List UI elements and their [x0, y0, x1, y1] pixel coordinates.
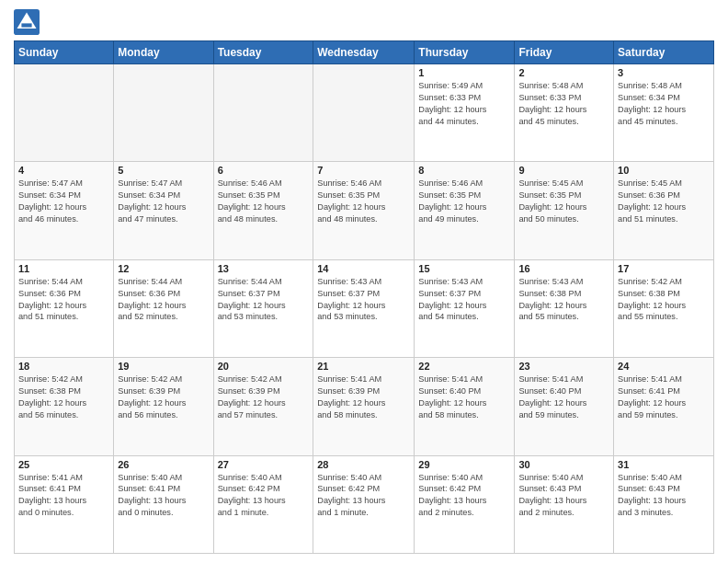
day-number: 17: [618, 263, 710, 274]
weekday-header-wednesday: Wednesday: [313, 41, 415, 64]
day-info: Sunrise: 5:48 AM Sunset: 6:34 PM Dayligh…: [618, 80, 710, 128]
day-number: 25: [18, 459, 109, 470]
day-info: Sunrise: 5:42 AM Sunset: 6:38 PM Dayligh…: [18, 373, 109, 421]
day-number: 9: [518, 165, 609, 176]
day-info: Sunrise: 5:45 AM Sunset: 6:35 PM Dayligh…: [518, 178, 609, 225]
day-number: 18: [18, 361, 109, 372]
calendar-cell: [114, 64, 213, 162]
day-info: Sunrise: 5:42 AM Sunset: 6:39 PM Dayligh…: [118, 373, 209, 421]
weekday-header-tuesday: Tuesday: [213, 41, 313, 64]
calendar-cell: [213, 64, 313, 162]
calendar-cell: 3Sunrise: 5:48 AM Sunset: 6:34 PM Daylig…: [614, 64, 714, 162]
calendar-cell: 4Sunrise: 5:47 AM Sunset: 6:34 PM Daylig…: [15, 162, 114, 259]
day-number: 28: [317, 459, 410, 470]
calendar-cell: 23Sunrise: 5:41 AM Sunset: 6:40 PM Dayli…: [515, 358, 614, 455]
calendar-cell: 21Sunrise: 5:41 AM Sunset: 6:39 PM Dayli…: [313, 358, 415, 455]
calendar-cell: 25Sunrise: 5:41 AM Sunset: 6:41 PM Dayli…: [15, 455, 114, 553]
svg-rect-2: [21, 23, 31, 27]
calendar-cell: 27Sunrise: 5:40 AM Sunset: 6:42 PM Dayli…: [213, 455, 313, 553]
calendar-cell: 2Sunrise: 5:48 AM Sunset: 6:33 PM Daylig…: [515, 64, 614, 162]
calendar-cell: 29Sunrise: 5:40 AM Sunset: 6:42 PM Dayli…: [415, 455, 515, 553]
day-number: 16: [518, 263, 609, 274]
day-number: 24: [618, 361, 710, 372]
day-number: 4: [18, 165, 109, 176]
calendar-cell: 14Sunrise: 5:43 AM Sunset: 6:37 PM Dayli…: [313, 259, 415, 357]
calendar-cell: 12Sunrise: 5:44 AM Sunset: 6:36 PM Dayli…: [114, 259, 213, 357]
calendar-cell: [15, 64, 114, 162]
day-info: Sunrise: 5:48 AM Sunset: 6:33 PM Dayligh…: [518, 80, 609, 128]
day-number: 7: [317, 165, 410, 176]
weekday-header-saturday: Saturday: [614, 41, 714, 64]
day-number: 31: [618, 459, 710, 470]
day-number: 5: [118, 165, 209, 176]
day-number: 12: [118, 263, 209, 274]
logo-icon: [14, 9, 40, 35]
day-info: Sunrise: 5:41 AM Sunset: 6:40 PM Dayligh…: [518, 373, 609, 421]
day-number: 26: [118, 459, 209, 470]
calendar-cell: 28Sunrise: 5:40 AM Sunset: 6:42 PM Dayli…: [313, 455, 415, 553]
calendar-cell: 10Sunrise: 5:45 AM Sunset: 6:36 PM Dayli…: [614, 162, 714, 259]
calendar-week-row: 11Sunrise: 5:44 AM Sunset: 6:36 PM Dayli…: [15, 259, 714, 357]
calendar-cell: 13Sunrise: 5:44 AM Sunset: 6:37 PM Dayli…: [213, 259, 313, 357]
day-info: Sunrise: 5:47 AM Sunset: 6:34 PM Dayligh…: [18, 178, 109, 225]
day-info: Sunrise: 5:46 AM Sunset: 6:35 PM Dayligh…: [418, 178, 510, 225]
day-number: 3: [618, 67, 710, 78]
calendar-cell: 26Sunrise: 5:40 AM Sunset: 6:41 PM Dayli…: [114, 455, 213, 553]
calendar-cell: 6Sunrise: 5:46 AM Sunset: 6:35 PM Daylig…: [213, 162, 313, 259]
calendar-week-row: 25Sunrise: 5:41 AM Sunset: 6:41 PM Dayli…: [15, 455, 714, 553]
day-number: 14: [317, 263, 410, 274]
day-info: Sunrise: 5:40 AM Sunset: 6:42 PM Dayligh…: [218, 472, 310, 520]
day-number: 29: [418, 459, 510, 470]
calendar-cell: [313, 64, 415, 162]
day-info: Sunrise: 5:40 AM Sunset: 6:42 PM Dayligh…: [317, 472, 410, 520]
weekday-header-monday: Monday: [114, 41, 213, 64]
calendar-cell: 15Sunrise: 5:43 AM Sunset: 6:37 PM Dayli…: [415, 259, 515, 357]
day-info: Sunrise: 5:46 AM Sunset: 6:35 PM Dayligh…: [317, 178, 410, 225]
calendar-cell: 9Sunrise: 5:45 AM Sunset: 6:35 PM Daylig…: [515, 162, 614, 259]
calendar-cell: 16Sunrise: 5:43 AM Sunset: 6:38 PM Dayli…: [515, 259, 614, 357]
day-info: Sunrise: 5:42 AM Sunset: 6:39 PM Dayligh…: [218, 373, 310, 421]
day-info: Sunrise: 5:40 AM Sunset: 6:41 PM Dayligh…: [118, 472, 209, 520]
day-info: Sunrise: 5:43 AM Sunset: 6:38 PM Dayligh…: [518, 276, 609, 324]
calendar-cell: 31Sunrise: 5:40 AM Sunset: 6:43 PM Dayli…: [614, 455, 714, 553]
day-number: 30: [518, 459, 609, 470]
day-info: Sunrise: 5:41 AM Sunset: 6:41 PM Dayligh…: [618, 373, 710, 421]
day-number: 13: [218, 263, 310, 274]
day-info: Sunrise: 5:44 AM Sunset: 6:36 PM Dayligh…: [18, 276, 109, 324]
calendar-cell: 20Sunrise: 5:42 AM Sunset: 6:39 PM Dayli…: [213, 358, 313, 455]
day-number: 11: [18, 263, 109, 274]
weekday-header-sunday: Sunday: [15, 41, 114, 64]
day-number: 19: [118, 361, 209, 372]
day-number: 22: [418, 361, 510, 372]
calendar-cell: 1Sunrise: 5:49 AM Sunset: 6:33 PM Daylig…: [415, 64, 515, 162]
calendar-week-row: 1Sunrise: 5:49 AM Sunset: 6:33 PM Daylig…: [15, 64, 714, 162]
calendar-week-row: 4Sunrise: 5:47 AM Sunset: 6:34 PM Daylig…: [15, 162, 714, 259]
day-info: Sunrise: 5:42 AM Sunset: 6:38 PM Dayligh…: [618, 276, 710, 324]
day-number: 6: [218, 165, 310, 176]
day-info: Sunrise: 5:44 AM Sunset: 6:36 PM Dayligh…: [118, 276, 209, 324]
day-number: 27: [218, 459, 310, 470]
calendar-cell: 11Sunrise: 5:44 AM Sunset: 6:36 PM Dayli…: [15, 259, 114, 357]
weekday-header-friday: Friday: [515, 41, 614, 64]
day-number: 10: [618, 165, 710, 176]
day-info: Sunrise: 5:43 AM Sunset: 6:37 PM Dayligh…: [317, 276, 410, 324]
day-info: Sunrise: 5:40 AM Sunset: 6:42 PM Dayligh…: [418, 472, 510, 520]
calendar-cell: 18Sunrise: 5:42 AM Sunset: 6:38 PM Dayli…: [15, 358, 114, 455]
calendar-page: SundayMondayTuesdayWednesdayThursdayFrid…: [0, 0, 728, 563]
day-number: 1: [418, 67, 510, 78]
day-info: Sunrise: 5:47 AM Sunset: 6:34 PM Dayligh…: [118, 178, 209, 225]
weekday-header-thursday: Thursday: [415, 41, 515, 64]
calendar-table: SundayMondayTuesdayWednesdayThursdayFrid…: [14, 40, 714, 554]
day-number: 2: [518, 67, 609, 78]
day-info: Sunrise: 5:41 AM Sunset: 6:41 PM Dayligh…: [18, 472, 109, 520]
day-info: Sunrise: 5:43 AM Sunset: 6:37 PM Dayligh…: [418, 276, 510, 324]
calendar-week-row: 18Sunrise: 5:42 AM Sunset: 6:38 PM Dayli…: [15, 358, 714, 455]
day-info: Sunrise: 5:40 AM Sunset: 6:43 PM Dayligh…: [518, 472, 609, 520]
day-info: Sunrise: 5:44 AM Sunset: 6:37 PM Dayligh…: [218, 276, 310, 324]
calendar-cell: 24Sunrise: 5:41 AM Sunset: 6:41 PM Dayli…: [614, 358, 714, 455]
calendar-cell: 30Sunrise: 5:40 AM Sunset: 6:43 PM Dayli…: [515, 455, 614, 553]
calendar-cell: 8Sunrise: 5:46 AM Sunset: 6:35 PM Daylig…: [415, 162, 515, 259]
calendar-cell: 22Sunrise: 5:41 AM Sunset: 6:40 PM Dayli…: [415, 358, 515, 455]
calendar-header-row: SundayMondayTuesdayWednesdayThursdayFrid…: [15, 41, 714, 64]
day-info: Sunrise: 5:46 AM Sunset: 6:35 PM Dayligh…: [218, 178, 310, 225]
